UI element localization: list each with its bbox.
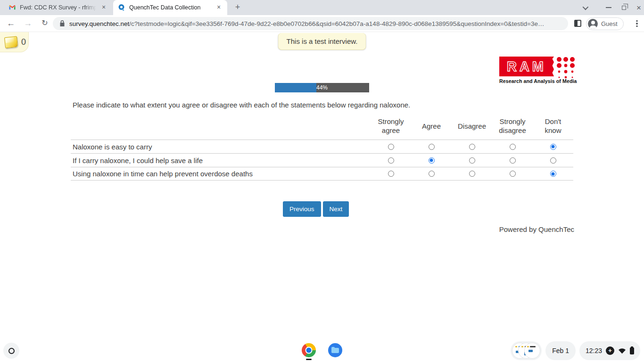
- note-count: 0: [21, 37, 26, 47]
- new-tab-button[interactable]: +: [232, 2, 243, 13]
- close-window-icon[interactable]: ×: [636, 4, 641, 12]
- notification-count-icon: +: [606, 346, 614, 355]
- tab-quenchtec[interactable]: QuenchTec Data Collection ×: [113, 0, 227, 15]
- side-panel-icon[interactable]: [574, 20, 581, 27]
- radio-strongly-disagree[interactable]: [510, 171, 516, 177]
- running-indicator: [306, 359, 312, 360]
- tab-strip: Fwd: CDC RX Survey - rfrimpong × QuenchT…: [0, 0, 644, 15]
- launcher-button[interactable]: [3, 343, 19, 359]
- kebab-menu-icon[interactable]: [631, 17, 643, 30]
- chrome-icon: [302, 343, 316, 357]
- column-header: Don't know: [538, 117, 568, 135]
- radio-agree[interactable]: [429, 157, 435, 164]
- chrome-app-button[interactable]: [302, 343, 316, 357]
- close-tab-icon[interactable]: ×: [215, 4, 223, 11]
- reload-icon[interactable]: ↻: [38, 15, 52, 32]
- address-bar[interactable]: survey.quenchtec.net/c?testmode=logic&qi…: [53, 17, 568, 30]
- ram-tagline: Research and Analysis of Media: [499, 78, 575, 84]
- radio-strongly-disagree[interactable]: [510, 157, 516, 164]
- files-app-button[interactable]: [328, 343, 342, 357]
- powered-by-text: Powered by QuenchTec: [499, 225, 574, 233]
- clock: 12:23: [586, 347, 602, 354]
- url-path: /c?testmode=logic&qif=3ee3356f-769d-47de…: [129, 20, 544, 27]
- window-controls: ×: [583, 0, 641, 15]
- column-header: Strongly disagree: [497, 117, 528, 135]
- minimize-icon[interactable]: [606, 7, 611, 8]
- shelf-apps: [302, 343, 342, 357]
- guest-avatar-icon: [588, 19, 598, 29]
- battery-icon: [630, 347, 634, 354]
- tote-button[interactable]: [511, 341, 542, 360]
- url-text: survey.quenchtec.net/c?testmode=logic&qi…: [69, 20, 544, 27]
- survey-page: 0 This is a test interview. RAM Research…: [0, 32, 644, 339]
- ram-logo-box: RAM: [499, 57, 554, 76]
- radio-agree[interactable]: [429, 171, 435, 177]
- lock-icon: [59, 20, 65, 27]
- quenchtec-icon: [118, 4, 125, 11]
- test-banner-text: This is a test interview.: [287, 37, 358, 45]
- progress-label: 44%: [275, 83, 369, 92]
- column-header: Strongly agree: [376, 117, 406, 135]
- radio-strongly-disagree[interactable]: [510, 144, 516, 150]
- table-row: If I carry naloxone, I could help save a…: [71, 153, 573, 167]
- chromeos-shelf: Feb 1 12:23 +: [0, 339, 644, 362]
- svg-text:RAM: RAM: [507, 59, 546, 74]
- statement-text: If I carry naloxone, I could help save a…: [71, 156, 371, 165]
- radio-disagree[interactable]: [469, 171, 475, 177]
- progress-bar: 44%: [275, 83, 369, 92]
- tab-gmail[interactable]: Fwd: CDC RX Survey - rfrimpong ×: [4, 0, 112, 15]
- previous-button[interactable]: Previous: [283, 201, 321, 217]
- tab-title: QuenchTec Data Collection: [129, 4, 211, 11]
- files-icon: [328, 343, 342, 357]
- restore-icon[interactable]: [622, 6, 626, 10]
- table-row: Naloxone is easy to carry: [71, 140, 573, 153]
- test-interview-banner: This is a test interview.: [278, 33, 366, 50]
- close-tab-icon[interactable]: ×: [100, 4, 107, 11]
- back-icon[interactable]: ←: [4, 15, 18, 32]
- question-text: Please indicate to what extent you agree…: [73, 101, 410, 109]
- table-row: Using naloxone in time can help prevent …: [71, 167, 573, 181]
- column-header: Disagree: [458, 122, 486, 131]
- matrix-table: Strongly agree Agree Disagree Strongly d…: [71, 112, 573, 181]
- radio-strongly-agree[interactable]: [388, 144, 394, 150]
- status-area: Feb 1 12:23 +: [511, 341, 640, 360]
- sticky-note-icon: [4, 36, 18, 48]
- forward-icon[interactable]: →: [21, 15, 35, 32]
- gmail-icon: [8, 4, 16, 11]
- profile-label: Guest: [601, 20, 618, 27]
- tab-title: Fwd: CDC RX Survey - rfrimpong: [20, 4, 96, 11]
- profile-button[interactable]: Guest: [586, 17, 624, 30]
- nav-buttons: Previous Next: [283, 201, 349, 217]
- wifi-icon: [618, 347, 626, 354]
- date-button[interactable]: Feb 1: [545, 341, 576, 360]
- note-widget[interactable]: 0: [0, 32, 29, 52]
- radio-dont-know[interactable]: [550, 144, 556, 150]
- radio-strongly-agree[interactable]: [388, 157, 394, 164]
- column-header: Agree: [422, 122, 441, 131]
- radio-dont-know[interactable]: [550, 171, 556, 177]
- radio-strongly-agree[interactable]: [388, 171, 394, 177]
- chevron-down-icon[interactable]: [583, 4, 589, 10]
- next-button[interactable]: Next: [323, 201, 349, 217]
- radio-dont-know[interactable]: [550, 157, 556, 164]
- url-host: survey.quenchtec.net: [69, 20, 129, 27]
- radio-disagree[interactable]: [469, 157, 475, 164]
- statement-text: Naloxone is easy to carry: [71, 143, 371, 151]
- matrix-header-row: Strongly agree Agree Disagree Strongly d…: [71, 112, 573, 140]
- radio-agree[interactable]: [429, 144, 435, 150]
- radio-disagree[interactable]: [469, 144, 475, 150]
- statement-text: Using naloxone in time can help prevent …: [71, 170, 371, 178]
- launcher-icon: [8, 348, 15, 354]
- browser-toolbar: ← → ↻ survey.quenchtec.net/c?testmode=lo…: [0, 15, 644, 32]
- status-tray-button[interactable]: 12:23 +: [579, 341, 640, 360]
- screenshot-preview-icon: [524, 343, 540, 359]
